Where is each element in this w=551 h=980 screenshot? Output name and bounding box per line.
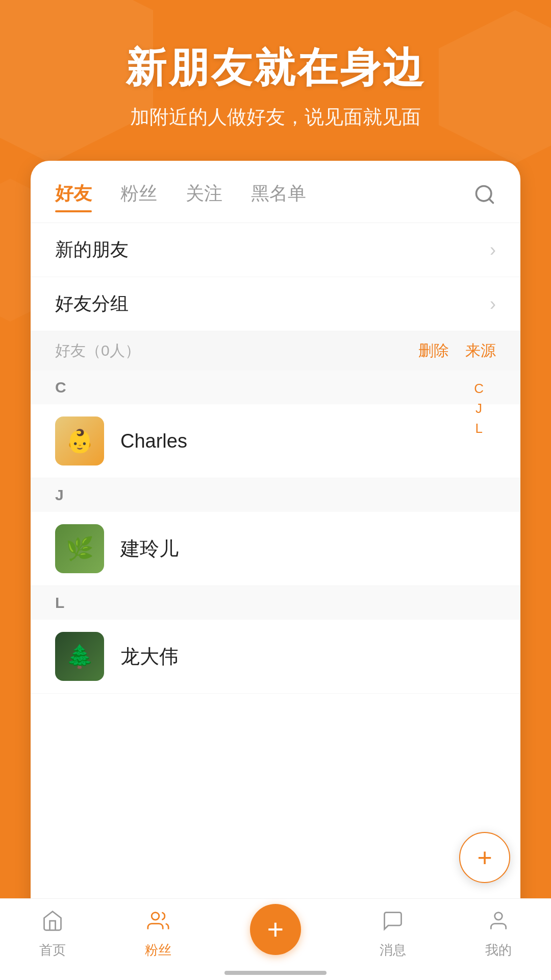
friend-charles[interactable]: 👶 Charles xyxy=(31,404,520,478)
section-header-actions: 删除 来源 xyxy=(418,340,496,361)
nav-messages[interactable]: 消息 xyxy=(380,910,406,959)
delete-action[interactable]: 删除 xyxy=(418,340,449,361)
friend-jianling-name: 建玲儿 xyxy=(120,536,179,562)
new-friends-label: 新的朋友 xyxy=(55,237,490,262)
friend-long[interactable]: 🌲 龙大伟 xyxy=(31,620,520,694)
section-header: 好友（0人） 删除 来源 xyxy=(31,331,520,371)
tabs-bar: 好友 粉丝 关注 黑名单 xyxy=(31,161,520,223)
fans-icon xyxy=(147,910,169,937)
home-icon xyxy=(41,910,64,937)
friend-long-name: 龙大伟 xyxy=(120,644,179,670)
friend-jianling[interactable]: 🌿 建玲儿 xyxy=(31,512,520,586)
avatar-jianling: 🌿 xyxy=(55,524,104,573)
nav-fans[interactable]: 粉丝 xyxy=(145,910,171,959)
tab-fans[interactable]: 粉丝 xyxy=(120,181,157,212)
bottom-nav: 首页 粉丝 + 消息 我的 xyxy=(0,898,551,980)
nav-center-add[interactable]: + xyxy=(250,904,301,955)
home-indicator xyxy=(224,971,327,975)
group-letter-l: L xyxy=(31,586,520,620)
avatar-charles: 👶 xyxy=(55,416,104,465)
svg-point-3 xyxy=(494,913,502,920)
fab-plus-icon: + xyxy=(477,843,492,872)
tab-friends[interactable]: 好友 xyxy=(55,181,92,212)
friend-charles-name: Charles xyxy=(120,430,187,452)
group-letter-c: C xyxy=(31,371,520,404)
nav-fans-label: 粉丝 xyxy=(145,941,171,959)
nav-mine[interactable]: 我的 xyxy=(485,910,512,959)
messages-icon xyxy=(382,910,404,937)
alpha-j[interactable]: J xyxy=(474,401,484,416)
svg-point-2 xyxy=(152,913,159,920)
nav-mine-label: 我的 xyxy=(485,941,512,959)
nav-home[interactable]: 首页 xyxy=(39,910,66,959)
svg-line-1 xyxy=(489,199,493,203)
tab-follow[interactable]: 关注 xyxy=(186,181,222,212)
alpha-l[interactable]: L xyxy=(474,421,484,436)
source-action[interactable]: 来源 xyxy=(465,340,496,361)
header-subtitle: 加附近的人做好友，说见面就见面 xyxy=(20,104,531,130)
friend-groups-chevron: › xyxy=(490,293,496,315)
nav-messages-label: 消息 xyxy=(380,941,406,959)
search-icon[interactable] xyxy=(473,183,496,210)
friend-groups-item[interactable]: 好友分组 › xyxy=(31,277,520,331)
section-header-text: 好友（0人） xyxy=(55,340,140,361)
avatar-long: 🌲 xyxy=(55,632,104,681)
main-card: 好友 粉丝 关注 黑名单 新的朋友 › 好友分组 › 好友（0人） 删除 来源 … xyxy=(31,161,520,949)
friends-list: C J L C 👶 Charles J 🌿 建玲儿 L 🌲 龙大伟 xyxy=(31,371,520,949)
tab-blacklist[interactable]: 黑名单 xyxy=(251,181,306,212)
nav-center-plus-icon: + xyxy=(267,915,284,944)
alpha-c[interactable]: C xyxy=(474,381,484,397)
fab-add-button[interactable]: + xyxy=(459,832,510,883)
alpha-index: C J L xyxy=(474,381,484,436)
new-friends-item[interactable]: 新的朋友 › xyxy=(31,223,520,277)
friend-groups-label: 好友分组 xyxy=(55,291,490,316)
group-letter-j: J xyxy=(31,478,520,512)
nav-home-label: 首页 xyxy=(39,941,66,959)
mine-icon xyxy=(487,910,510,937)
new-friends-chevron: › xyxy=(490,239,496,261)
